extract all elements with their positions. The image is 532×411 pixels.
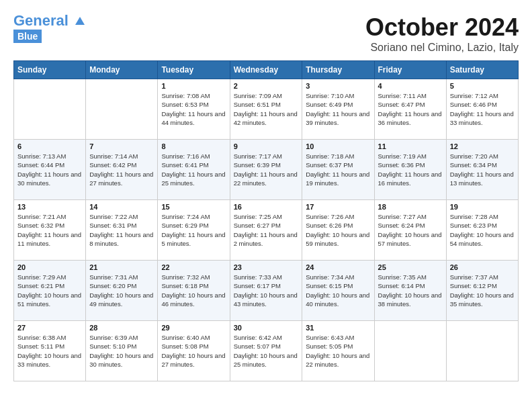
header-thursday: Thursday (302, 61, 374, 79)
day-detail: Sunrise: 7:24 AMSunset: 6:29 PMDaylight:… (161, 212, 226, 248)
day-number: 3 (306, 82, 370, 90)
day-number: 8 (161, 142, 226, 150)
day-number: 13 (17, 203, 82, 211)
day-detail: Sunrise: 7:35 AMSunset: 6:14 PMDaylight:… (378, 273, 443, 308)
day-number: 14 (89, 203, 154, 211)
day-cell: 30Sunrise: 6:42 AMSunset: 5:07 PMDayligh… (230, 321, 302, 381)
page-header: General Blue October 2024 Soriano nel Ci… (13, 13, 519, 54)
day-cell: 11Sunrise: 7:19 AMSunset: 6:36 PMDayligh… (374, 140, 446, 200)
header-tuesday: Tuesday (158, 61, 230, 79)
day-detail: Sunrise: 7:13 AMSunset: 6:44 PMDaylight:… (17, 152, 82, 187)
week-row-5: 27Sunrise: 6:38 AMSunset: 5:11 PMDayligh… (14, 321, 519, 381)
title-section: October 2024 Soriano nel Cimino, Lazio, … (365, 13, 519, 54)
week-row-2: 6Sunrise: 7:13 AMSunset: 6:44 PMDaylight… (14, 140, 519, 200)
day-cell: 27Sunrise: 6:38 AMSunset: 5:11 PMDayligh… (14, 321, 86, 381)
day-cell: 15Sunrise: 7:24 AMSunset: 6:29 PMDayligh… (158, 200, 230, 261)
day-number: 18 (378, 203, 443, 211)
week-row-4: 20Sunrise: 7:29 AMSunset: 6:21 PMDayligh… (14, 261, 519, 321)
calendar-table: SundayMondayTuesdayWednesdayThursdayFrid… (13, 60, 519, 381)
day-number: 5 (450, 82, 515, 90)
day-cell: 23Sunrise: 7:33 AMSunset: 6:17 PMDayligh… (230, 261, 302, 321)
day-number: 17 (306, 203, 370, 211)
day-detail: Sunrise: 7:37 AMSunset: 6:12 PMDaylight:… (450, 273, 515, 308)
day-cell: 6Sunrise: 7:13 AMSunset: 6:44 PMDaylight… (14, 140, 86, 200)
day-cell: 24Sunrise: 7:34 AMSunset: 6:15 PMDayligh… (302, 261, 374, 321)
day-number: 11 (378, 142, 443, 150)
day-number: 27 (17, 324, 82, 332)
day-detail: Sunrise: 6:39 AMSunset: 5:10 PMDaylight:… (89, 333, 154, 369)
day-cell: 20Sunrise: 7:29 AMSunset: 6:21 PMDayligh… (14, 261, 86, 321)
calendar-header-row: SundayMondayTuesdayWednesdayThursdayFrid… (14, 61, 519, 79)
day-detail: Sunrise: 7:09 AMSunset: 6:51 PMDaylight:… (234, 91, 299, 127)
day-number: 19 (450, 203, 515, 211)
day-cell: 21Sunrise: 7:31 AMSunset: 6:20 PMDayligh… (86, 261, 158, 321)
day-number: 22 (161, 263, 226, 271)
day-detail: Sunrise: 6:43 AMSunset: 5:05 PMDaylight:… (306, 333, 370, 369)
day-detail: Sunrise: 6:40 AMSunset: 5:08 PMDaylight:… (161, 333, 226, 369)
header-sunday: Sunday (14, 61, 86, 79)
header-friday: Friday (374, 61, 446, 79)
day-detail: Sunrise: 7:29 AMSunset: 6:21 PMDaylight:… (17, 273, 82, 308)
day-number: 16 (234, 203, 299, 211)
day-cell: 12Sunrise: 7:20 AMSunset: 6:34 PMDayligh… (446, 140, 518, 200)
day-cell: 22Sunrise: 7:32 AMSunset: 6:18 PMDayligh… (158, 261, 230, 321)
day-detail: Sunrise: 7:20 AMSunset: 6:34 PMDaylight:… (450, 152, 515, 187)
day-cell: 3Sunrise: 7:10 AMSunset: 6:49 PMDaylight… (302, 79, 374, 140)
day-detail: Sunrise: 7:17 AMSunset: 6:39 PMDaylight:… (234, 152, 299, 187)
day-cell: 9Sunrise: 7:17 AMSunset: 6:39 PMDaylight… (230, 140, 302, 200)
day-number: 7 (89, 142, 154, 150)
day-cell (86, 79, 158, 140)
day-number: 6 (17, 142, 82, 150)
day-cell: 25Sunrise: 7:35 AMSunset: 6:14 PMDayligh… (374, 261, 446, 321)
day-cell: 1Sunrise: 7:08 AMSunset: 6:53 PMDaylight… (158, 79, 230, 140)
day-detail: Sunrise: 7:28 AMSunset: 6:23 PMDaylight:… (450, 212, 515, 248)
week-row-3: 13Sunrise: 7:21 AMSunset: 6:32 PMDayligh… (14, 200, 519, 261)
day-number: 10 (306, 142, 370, 150)
day-cell (14, 79, 86, 140)
day-cell: 16Sunrise: 7:25 AMSunset: 6:27 PMDayligh… (230, 200, 302, 261)
day-cell: 19Sunrise: 7:28 AMSunset: 6:23 PMDayligh… (446, 200, 518, 261)
day-cell (374, 321, 446, 381)
day-number: 26 (450, 263, 515, 271)
day-cell (446, 321, 518, 381)
location: Soriano nel Cimino, Lazio, Italy (365, 42, 519, 54)
day-detail: Sunrise: 7:25 AMSunset: 6:27 PMDaylight:… (234, 212, 299, 248)
day-detail: Sunrise: 7:11 AMSunset: 6:47 PMDaylight:… (378, 91, 443, 127)
logo-general: General (13, 12, 69, 29)
day-detail: Sunrise: 7:14 AMSunset: 6:42 PMDaylight:… (89, 152, 154, 187)
day-number: 9 (234, 142, 299, 150)
day-number: 4 (378, 82, 443, 90)
day-detail: Sunrise: 7:34 AMSunset: 6:15 PMDaylight:… (306, 273, 370, 308)
day-detail: Sunrise: 6:42 AMSunset: 5:07 PMDaylight:… (234, 333, 299, 369)
logo: General Blue (13, 13, 86, 43)
day-number: 1 (161, 82, 226, 90)
day-detail: Sunrise: 7:22 AMSunset: 6:31 PMDaylight:… (89, 212, 154, 248)
day-cell: 14Sunrise: 7:22 AMSunset: 6:31 PMDayligh… (86, 200, 158, 261)
day-cell: 2Sunrise: 7:09 AMSunset: 6:51 PMDaylight… (230, 79, 302, 140)
header-saturday: Saturday (446, 61, 518, 79)
header-wednesday: Wednesday (230, 61, 302, 79)
day-cell: 28Sunrise: 6:39 AMSunset: 5:10 PMDayligh… (86, 321, 158, 381)
day-number: 21 (89, 263, 154, 271)
day-detail: Sunrise: 7:16 AMSunset: 6:41 PMDaylight:… (161, 152, 226, 187)
day-cell: 31Sunrise: 6:43 AMSunset: 5:05 PMDayligh… (302, 321, 374, 381)
svg-marker-0 (75, 17, 85, 25)
header-monday: Monday (86, 61, 158, 79)
day-detail: Sunrise: 7:08 AMSunset: 6:53 PMDaylight:… (161, 91, 226, 127)
day-number: 20 (17, 263, 82, 271)
day-cell: 8Sunrise: 7:16 AMSunset: 6:41 PMDaylight… (158, 140, 230, 200)
day-number: 30 (234, 324, 299, 332)
day-number: 15 (161, 203, 226, 211)
logo-blue: Blue (13, 30, 42, 43)
day-detail: Sunrise: 7:31 AMSunset: 6:20 PMDaylight:… (89, 273, 154, 308)
month-title: October 2024 (365, 13, 519, 42)
day-detail: Sunrise: 7:19 AMSunset: 6:36 PMDaylight:… (378, 152, 443, 187)
day-number: 25 (378, 263, 443, 271)
day-detail: Sunrise: 6:38 AMSunset: 5:11 PMDaylight:… (17, 333, 82, 369)
day-detail: Sunrise: 7:27 AMSunset: 6:24 PMDaylight:… (378, 212, 443, 248)
day-cell: 17Sunrise: 7:26 AMSunset: 6:26 PMDayligh… (302, 200, 374, 261)
day-detail: Sunrise: 7:32 AMSunset: 6:18 PMDaylight:… (161, 273, 226, 308)
day-cell: 4Sunrise: 7:11 AMSunset: 6:47 PMDaylight… (374, 79, 446, 140)
day-cell: 26Sunrise: 7:37 AMSunset: 6:12 PMDayligh… (446, 261, 518, 321)
day-detail: Sunrise: 7:18 AMSunset: 6:37 PMDaylight:… (306, 152, 370, 187)
